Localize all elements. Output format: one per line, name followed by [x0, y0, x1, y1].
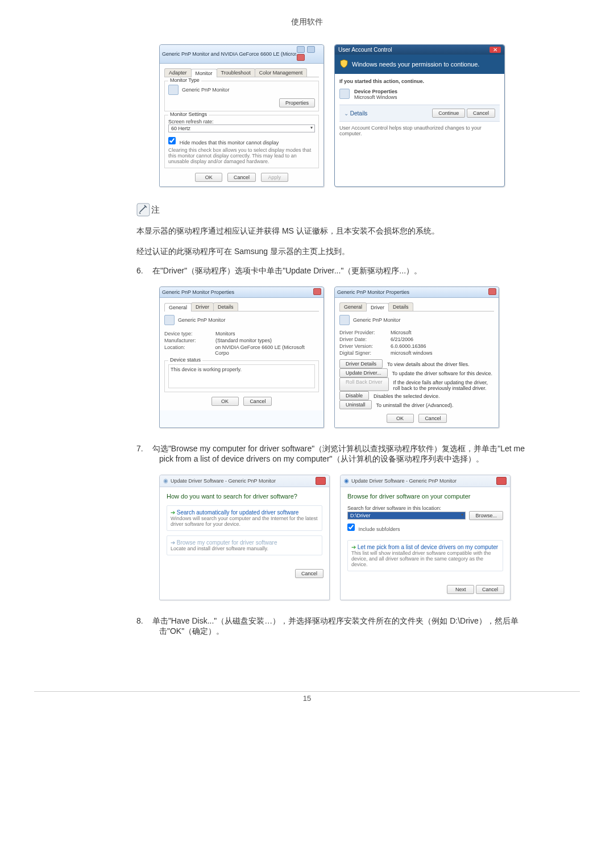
wizard-search-heading: How do you want to search for driver sof… — [167, 493, 322, 500]
rollback-driver-button: Roll Back Driver — [339, 377, 389, 391]
window-control-buttons[interactable] — [296, 46, 321, 62]
option-search-auto-desc: Windows will search your computer and th… — [171, 516, 318, 527]
tab-general[interactable]: General — [164, 303, 192, 312]
version-k: Driver Version: — [339, 343, 385, 349]
cancel-button[interactable]: Cancel — [467, 109, 495, 118]
hide-modes-desc: Clearing this check box allows you to se… — [168, 147, 315, 164]
ok-button[interactable]: OK — [195, 173, 222, 182]
tab-color-management[interactable]: Color Management — [255, 68, 308, 77]
refresh-rate-select[interactable]: 60 Hertz — [168, 124, 315, 132]
wizard-search-dialog: ◉ Update Driver Software - Generic PnP M… — [159, 475, 330, 600]
tab-details[interactable]: Details — [388, 302, 413, 311]
step6-number: 6. — [136, 266, 150, 275]
include-subfolders-label: Include subfolders — [359, 526, 400, 532]
tab-details[interactable]: Details — [213, 302, 238, 311]
driver-details-desc: To view details about the driver files. — [387, 359, 494, 368]
option-pick-title: Let me pick from a list of device driver… — [358, 544, 498, 550]
ok-button[interactable]: OK — [387, 414, 414, 423]
option-pick-desc: This list will show installed driver sof… — [351, 550, 499, 567]
arrow-icon: ➔ — [171, 539, 177, 546]
note-icon: 注 — [136, 203, 160, 217]
date-v: 6/21/2006 — [391, 337, 413, 342]
back-icon[interactable]: ◉ — [344, 477, 349, 484]
option-pick-from-list[interactable]: ➔ Let me pick from a list of device driv… — [347, 540, 503, 571]
tab-driver[interactable]: Driver — [191, 302, 214, 311]
monitor-settings-group-label: Monitor Settings — [168, 111, 209, 117]
chevron-down-icon[interactable]: ⌄ — [344, 110, 349, 117]
tab-driver[interactable]: Driver — [366, 303, 389, 312]
ok-button[interactable]: OK — [211, 397, 239, 406]
minimize-icon[interactable] — [297, 46, 305, 53]
page-header-title: 使用软件 — [34, 17, 580, 27]
provider-v: Microsoft — [391, 330, 412, 335]
close-icon[interactable] — [297, 54, 305, 61]
props-driver-device-name: Generic PnP Monitor — [353, 317, 400, 323]
disable-button[interactable]: Disable — [339, 391, 369, 400]
option-search-auto[interactable]: ➔ Search automatically for updated drive… — [167, 505, 322, 531]
close-icon[interactable] — [316, 477, 326, 485]
monitor-name: Generic PnP Monitor — [182, 87, 229, 93]
continue-button[interactable]: Continue — [432, 109, 465, 118]
uninstall-button[interactable]: Uninstall — [339, 400, 372, 409]
uninstall-desc: To uninstall the driver (Advanced). — [376, 400, 494, 409]
update-driver-desc: To update the driver software for this d… — [392, 368, 494, 377]
props-driver-dialog: Generic PnP Monitor Properties General D… — [334, 286, 499, 428]
browse-button[interactable]: Browse... — [469, 511, 503, 520]
driver-details-button[interactable]: Driver Details — [339, 359, 383, 368]
wizard-browse-title: Update Driver Software - Generic PnP Mon… — [351, 478, 457, 484]
uac-device-properties: Device Properties — [354, 89, 397, 94]
close-icon[interactable] — [313, 288, 321, 295]
monitor-icon — [339, 315, 350, 325]
hide-modes-checkbox[interactable] — [168, 137, 176, 144]
properties-button[interactable]: Properties — [279, 98, 315, 107]
tab-troubleshoot[interactable]: Troubleshoot — [217, 68, 255, 77]
tab-adapter[interactable]: Adapter — [164, 68, 192, 77]
uac-banner-text: Windows needs your permission to contion… — [352, 61, 479, 68]
note-label: 注 — [151, 205, 160, 215]
details-toggle[interactable]: Details — [350, 110, 368, 117]
cancel-button[interactable]: Cancel — [295, 569, 323, 578]
cancel-button[interactable]: Cancel — [418, 414, 447, 423]
arrow-icon: ➔ — [171, 509, 177, 516]
tab-general[interactable]: General — [339, 302, 367, 311]
apply-button: Apply — [261, 173, 288, 182]
option-browse-desc: Locate and install driver software manua… — [171, 546, 318, 551]
device-icon — [339, 89, 350, 99]
note-para-2: 经过认证的此驱动程序可在 Samsung 显示器的主页上找到。 — [136, 245, 534, 258]
cancel-button[interactable]: Cancel — [476, 585, 504, 594]
include-subfolders-checkbox[interactable] — [347, 524, 355, 531]
option-browse-title: Browse my computer for driver software — [177, 539, 277, 546]
close-icon[interactable]: ✕ — [489, 47, 501, 53]
back-icon[interactable]: ◉ — [163, 477, 168, 484]
uac-ms-windows: Microsoft Windows — [354, 94, 397, 100]
monitor-dialog: Generic PnP Monitor and NVIDIA GeForce 6… — [159, 44, 324, 187]
uac-titlebar: User Account Control — [338, 47, 392, 53]
cancel-button[interactable]: Cancel — [243, 397, 272, 406]
provider-k: Driver Provider: — [339, 330, 385, 335]
next-button[interactable]: Next — [447, 585, 474, 594]
maximize-icon[interactable] — [307, 46, 315, 53]
svg-rect-0 — [137, 203, 150, 216]
uac-dialog: User Account Control ✕ Windows needs you… — [334, 44, 505, 187]
monitor-icon — [168, 85, 179, 95]
uac-started-text: If you started this action, continue. — [339, 78, 500, 84]
shield-icon — [339, 59, 349, 69]
option-browse[interactable]: ➔ Browse my computer for driver software… — [167, 535, 322, 555]
signer-v: microsoft windows — [391, 350, 433, 356]
cancel-button[interactable]: Cancel — [227, 173, 256, 182]
manufacturer-k: Manufacturer: — [164, 338, 210, 343]
uac-footnote: User Account Control helps stop unauthor… — [339, 125, 500, 136]
device-status-text: This device is working properly. — [168, 364, 315, 388]
wizard-search-title: Update Driver Software - Generic PnP Mon… — [171, 478, 276, 484]
tab-monitor[interactable]: Monitor — [191, 69, 217, 77]
close-icon[interactable] — [496, 477, 507, 485]
update-driver-button[interactable]: Update Driver... — [339, 368, 388, 377]
path-combo[interactable]: D:\Driver — [347, 512, 466, 520]
location-v: on NVIDIA GeForce 6600 LE (Microsoft Cor… — [215, 344, 319, 356]
rollback-driver-desc: If the device fails after updating the d… — [393, 377, 494, 391]
close-icon[interactable] — [488, 288, 496, 295]
location-k: Location: — [164, 344, 209, 356]
props-driver-title: Generic PnP Monitor Properties — [337, 289, 409, 295]
arrow-icon: ➔ — [351, 544, 358, 550]
props-general-device-name: Generic PnP Monitor — [178, 317, 225, 323]
